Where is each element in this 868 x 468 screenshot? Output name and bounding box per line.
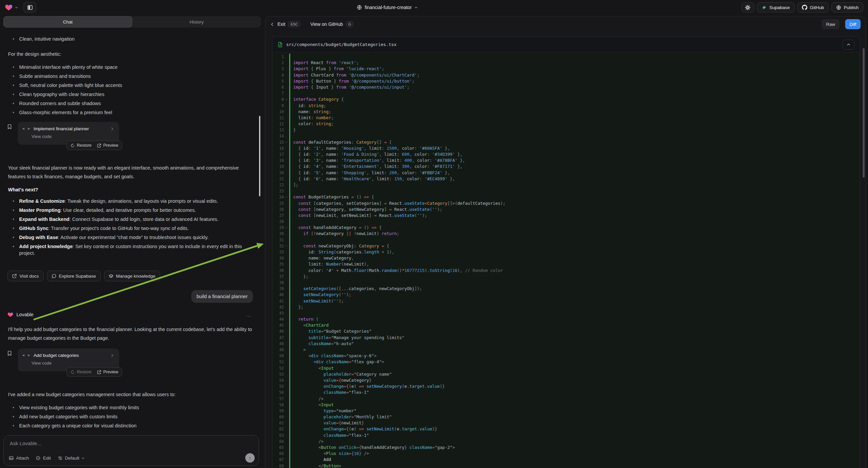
attach-button[interactable]: Attach xyxy=(9,456,29,461)
mode-selector[interactable]: Default xyxy=(58,456,85,461)
code-line: 57 /> xyxy=(273,396,860,402)
line-number: 16 xyxy=(279,145,284,151)
code-view[interactable]: 12import React from 'react';3import { Pl… xyxy=(273,53,860,468)
code-line: 34 name: newCategory, xyxy=(273,255,860,261)
fold-spacer xyxy=(284,330,288,333)
restore-button[interactable]: Restore xyxy=(70,370,92,374)
line-number-gutter: 1 xyxy=(273,54,289,60)
diff-button[interactable]: Diff xyxy=(845,19,861,29)
view-on-github-button[interactable]: View on GitHub xyxy=(310,22,343,27)
action-button-explore-supabase[interactable]: Explore Supabase xyxy=(47,271,101,281)
bookmark-icon[interactable] xyxy=(7,124,12,156)
lovable-logo[interactable] xyxy=(5,3,18,11)
code-line: 20 { id: '5', name: 'Shopping', limit: 2… xyxy=(273,170,860,176)
line-number-gutter: 33 xyxy=(273,249,289,255)
fold-spacer xyxy=(284,146,288,150)
toggle-sidebar-button[interactable] xyxy=(24,2,36,13)
code-line-content: className="flex-1" xyxy=(289,432,860,438)
settings-button[interactable] xyxy=(742,2,754,12)
line-number-gutter: 44 xyxy=(273,316,289,322)
collapse-file-button[interactable] xyxy=(842,39,855,50)
file-added-icon xyxy=(277,42,283,47)
supabase-button[interactable]: Supabase xyxy=(757,2,795,12)
bullet-text: GitHub Sync: Transfer your project's cod… xyxy=(19,225,189,232)
fold-toggle-icon[interactable] xyxy=(284,140,288,144)
line-number: 64 xyxy=(279,438,284,444)
code-icon: < > xyxy=(23,126,30,131)
code-line: 7 xyxy=(273,90,860,96)
line-number-gutter: 30 xyxy=(273,231,289,237)
code-line-content: <ChartCard xyxy=(289,322,860,328)
list-item: Add new budget categories with custom li… xyxy=(7,413,255,420)
code-line-content: limit: Number(newLimit), xyxy=(289,261,860,267)
view-code-link[interactable]: View code xyxy=(32,134,115,139)
tab-history[interactable]: History xyxy=(132,16,261,28)
line-number-gutter: 29 xyxy=(273,225,289,231)
code-line-content: type="number" xyxy=(289,408,860,414)
line-number: 66 xyxy=(279,450,284,457)
fold-spacer xyxy=(284,458,288,462)
chevron-right-icon xyxy=(111,127,115,131)
arrow-up-icon: ↑ xyxy=(249,455,251,461)
line-number: 39 xyxy=(279,286,284,292)
fold-toggle-icon[interactable] xyxy=(284,244,288,248)
fold-spacer xyxy=(284,446,288,449)
list-item: Rounded corners and subtle shadows xyxy=(7,100,255,107)
project-switcher[interactable]: financial-future-creator xyxy=(356,0,418,15)
fold-toggle-icon[interactable] xyxy=(284,98,288,101)
edit-mode-button[interactable]: Edit xyxy=(36,456,51,461)
raw-button[interactable]: Raw xyxy=(822,19,839,29)
view-code-link[interactable]: View code xyxy=(32,360,115,365)
line-number-gutter: 64 xyxy=(273,438,289,444)
version-card-row: < >Implement financial planner xyxy=(23,126,115,131)
restore-button[interactable]: Restore xyxy=(70,143,92,148)
line-number: 44 xyxy=(279,316,284,322)
external-link-icon xyxy=(97,370,101,374)
code-line: 38 xyxy=(273,280,860,286)
code-line-content: limit: number; xyxy=(289,115,860,121)
chevron-down-icon xyxy=(285,244,288,247)
code-line-content: return ( xyxy=(289,316,860,322)
message-menu-button[interactable]: … xyxy=(246,312,254,318)
code-line: 22]; xyxy=(273,182,860,188)
line-number-gutter: 66 xyxy=(273,450,289,457)
code-line-content xyxy=(289,310,860,316)
line-number-gutter: 50 xyxy=(273,353,289,359)
bullet-dot-icon xyxy=(13,76,14,77)
code-line: 13} xyxy=(273,127,860,133)
code-line: 55 onChange={(e) => setNewCategory(e.tar… xyxy=(273,383,860,389)
exit-button[interactable]: Exit xyxy=(277,22,285,27)
fold-spacer xyxy=(284,397,288,401)
chevron-right-icon xyxy=(111,353,115,357)
code-scrollbar[interactable] xyxy=(863,48,865,178)
line-number-gutter: 62 xyxy=(273,426,289,432)
line-number: 67 xyxy=(279,457,284,463)
action-button-manage-knowledge[interactable]: Manage knowledge xyxy=(104,271,160,281)
line-number-gutter: 2 xyxy=(273,60,289,66)
fold-toggle-icon[interactable] xyxy=(284,226,288,230)
chat-input[interactable] xyxy=(9,440,241,446)
code-line: 35 limit: Number(newLimit), xyxy=(273,261,860,267)
publish-button[interactable]: Publish xyxy=(831,2,863,12)
github-button[interactable]: GitHub xyxy=(797,2,829,12)
code-line: 40 setNewCategory(''); xyxy=(273,292,860,298)
bullet-dot-icon xyxy=(13,209,14,211)
chat-scrollbar[interactable] xyxy=(259,116,260,196)
fold-spacer xyxy=(284,207,288,211)
line-number: 19 xyxy=(279,164,284,170)
code-line: 15const defaultCategories: Category[] = … xyxy=(273,139,860,145)
fold-spacer xyxy=(284,61,288,65)
fold-toggle-icon[interactable] xyxy=(284,195,288,199)
bookmark-icon[interactable] xyxy=(7,351,12,383)
tab-chat[interactable]: Chat xyxy=(3,16,132,28)
file-header[interactable]: src/components/budget/BudgetCategories.t… xyxy=(273,37,860,52)
action-button-visit-docs[interactable]: Visit docs xyxy=(7,271,43,281)
preview-button[interactable]: Preview xyxy=(97,143,118,148)
line-number: 55 xyxy=(279,383,284,389)
preview-button[interactable]: Preview xyxy=(97,370,118,374)
chat-scroll-area[interactable]: Clean, intuitive navigationFor the desig… xyxy=(3,30,256,434)
fold-spacer xyxy=(284,342,288,346)
code-icon: < > xyxy=(23,353,30,357)
line-number: 51 xyxy=(279,359,284,365)
send-button[interactable]: ↑ xyxy=(245,453,255,463)
